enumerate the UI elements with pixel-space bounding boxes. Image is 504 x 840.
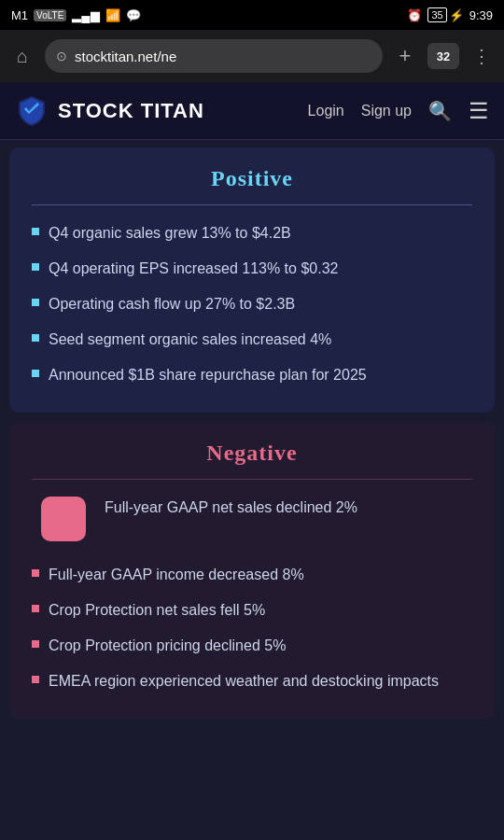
list-item: Crop Protection pricing declined 5% [32,635,472,657]
alarm-icon: ⏰ [407,8,422,22]
browser-menu-button[interactable]: ⋮ [469,43,495,69]
browser-chrome: ⌂ ⊙ stocktitan.net/ne + 32 ⋮ [0,30,504,82]
negative-divider [32,479,472,480]
message-icon: 💬 [126,8,141,22]
nav-links: Login Sign up 🔍 ☰ [308,98,489,124]
positive-section: Positive Q4 organic sales grew 13% to $4… [9,147,495,413]
volte-badge: VoLTE [34,9,66,21]
bullet-icon [32,640,39,648]
site-nav: STOCK TITAN Login Sign up 🔍 ☰ [0,82,504,140]
list-item: Full-year GAAP income decreased 8% [32,564,472,586]
battery-level: 35 [427,7,446,22]
negative-section: Negative Full-year GAAP net sales declin… [9,422,495,719]
list-item: Announced $1B share repurchase plan for … [32,364,472,386]
positive-divider [32,204,472,205]
bullet-icon [32,334,39,342]
bullet-text: Announced $1B share repurchase plan for … [49,364,367,386]
signup-link[interactable]: Sign up [361,103,412,119]
wifi-icon: 📶 [105,8,120,22]
signal-icon: ▂▄▆ [72,8,99,22]
list-item: Seed segment organic sales increased 4% [32,329,472,351]
bullet-icon [32,299,39,306]
bullet-icon [41,497,86,541]
status-left: M1 VoLTE ▂▄▆ 📶 💬 [11,8,141,22]
bullet-icon [32,228,39,235]
bullet-text: Q4 operating EPS increased 113% to $0.32 [49,258,338,280]
bullet-text: Operating cash flow up 27% to $2.3B [49,293,295,315]
list-item: Q4 organic sales grew 13% to $4.2B [32,222,472,245]
bullet-text: EMEA region experienced weather and dest… [49,670,439,693]
bullet-icon [32,605,39,612]
status-bar: M1 VoLTE ▂▄▆ 📶 💬 ⏰ 35 ⚡ 9:39 [0,0,504,30]
menu-icon[interactable]: ☰ [469,98,489,124]
charging-icon: ⚡ [449,8,464,22]
bullet-text: Seed segment organic sales increased 4% [49,329,331,351]
list-item: Crop Protection net sales fell 5% [32,599,472,622]
security-icon: ⊙ [56,49,67,63]
new-tab-button[interactable]: + [392,43,418,69]
bullet-text: Full-year GAAP net sales declined 2% [105,497,357,519]
bullet-text: Full-year GAAP income decreased 8% [49,564,304,586]
site-logo[interactable]: STOCK TITAN [15,94,308,128]
negative-bullet-list: Full-year GAAP net sales declined 2% Ful… [32,497,472,693]
bullet-text: Q4 organic sales grew 13% to $4.2B [49,222,291,245]
search-icon[interactable]: 🔍 [428,100,452,122]
carrier-label: M1 [11,8,28,22]
list-item: EMEA region experienced weather and dest… [32,670,472,693]
battery-indicator: 35 ⚡ [427,7,463,22]
status-right: ⏰ 35 ⚡ 9:39 [407,7,493,22]
bullet-text: Crop Protection pricing declined 5% [49,635,286,657]
tab-count-button[interactable]: 32 [427,43,459,69]
bullet-icon [32,263,39,271]
list-item: Q4 operating EPS increased 113% to $0.32 [32,258,472,280]
positive-title: Positive [32,166,472,191]
bullet-icon [32,569,39,577]
logo-icon [15,94,49,128]
negative-title: Negative [32,441,472,466]
login-link[interactable]: Login [308,103,344,119]
list-item: Operating cash flow up 27% to $2.3B [32,293,472,315]
content-area: Positive Q4 organic sales grew 13% to $4… [0,147,504,840]
bullet-text: Crop Protection net sales fell 5% [49,599,265,622]
bullet-icon [32,370,39,377]
list-item: Full-year GAAP net sales declined 2% [32,497,472,551]
bullet-icon [32,676,39,683]
positive-bullet-list: Q4 organic sales grew 13% to $4.2B Q4 op… [32,222,472,386]
url-text: stocktitan.net/ne [75,49,176,64]
home-button[interactable]: ⌂ [9,43,35,69]
time-display: 9:39 [469,8,493,22]
address-bar[interactable]: ⊙ stocktitan.net/ne [45,39,383,73]
site-title: STOCK TITAN [58,99,204,123]
